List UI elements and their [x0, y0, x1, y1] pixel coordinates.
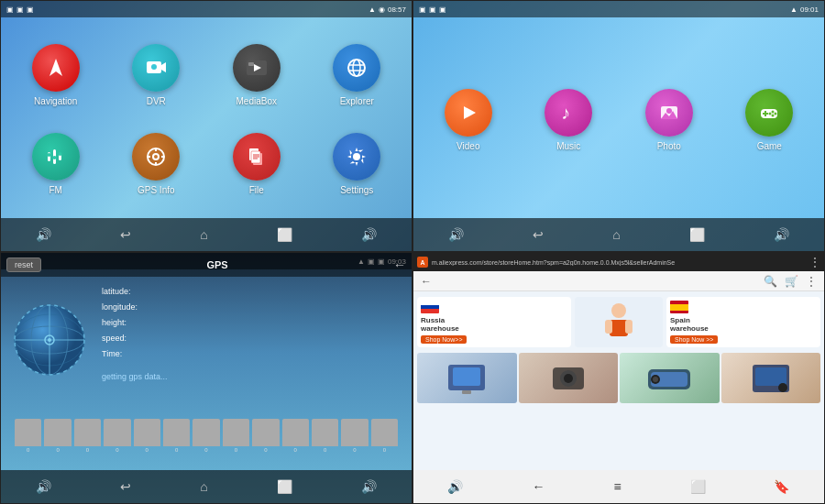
recent-btn-4[interactable]: ⬜ — [683, 476, 713, 498]
app-video[interactable]: Video — [445, 89, 492, 151]
music-label: Music — [556, 141, 580, 151]
gps-bar-10: 0 — [282, 419, 309, 453]
gps-icon: ▲ — [368, 5, 376, 14]
globe-svg — [8, 299, 91, 381]
gps-latitude-label: latitude: — [102, 287, 131, 296]
gps-icon-circle — [132, 133, 180, 181]
volume-down-btn-4[interactable]: 🔊 — [440, 476, 470, 498]
spain-warehouse-card[interactable]: Spainwarehouse Shop Now >> — [666, 297, 820, 347]
russia-warehouse-card[interactable]: Russiawarehouse Shop Now>> — [417, 297, 571, 347]
app-game[interactable]: Game — [745, 89, 793, 151]
panel-media-apps: ▣ ▣ ▣ ▲ 09:01 Video ♪ Music — [412, 0, 825, 252]
settings-label: Settings — [340, 185, 373, 195]
gps-bar-7: 0 — [192, 419, 219, 453]
media-app-grid: Video ♪ Music Photo — [413, 21, 824, 218]
browser-menu-button[interactable]: ⋮ — [809, 256, 820, 268]
video-label: Video — [456, 141, 479, 151]
gps-speed-row: speed: — [102, 331, 138, 346]
home-btn-1[interactable]: ⌂ — [192, 224, 214, 246]
home-btn-2[interactable]: ⌂ — [605, 224, 627, 246]
svg-point-30 — [353, 153, 360, 160]
time-2: 09:01 — [800, 5, 819, 14]
photo-icon-circle — [645, 89, 693, 137]
recent-btn-3[interactable]: ⬜ — [270, 476, 300, 498]
dvr-product-image — [545, 360, 591, 397]
signal2-icon: ◉ — [379, 5, 385, 14]
recent-btn-1[interactable]: ⬜ — [270, 224, 300, 246]
gps-wheel-icon — [144, 145, 168, 169]
battery-icon: ▣ — [27, 5, 34, 14]
app-music[interactable]: ♪ Music — [544, 89, 592, 151]
svg-rect-58 — [462, 390, 471, 394]
gps-info-label: GPS Info — [138, 185, 175, 195]
svg-point-65 — [653, 377, 658, 382]
product-thumbnails-row — [413, 353, 824, 403]
gps-icon-2: ▲ — [790, 5, 798, 14]
gps-bar-2: 0 — [44, 419, 71, 453]
browser-content-area: Russiawarehouse Shop Now>> Spainwarehous… — [413, 291, 824, 470]
file-label: File — [249, 185, 264, 195]
product-dvr2-thumb[interactable] — [721, 353, 821, 403]
app-mediabox[interactable]: MediaBox — [233, 44, 280, 106]
app-navigation[interactable]: Navigation — [32, 44, 80, 106]
svg-rect-54 — [605, 320, 612, 334]
signal-icon-2: ▣ — [419, 5, 426, 14]
gps-back-button[interactable]: ← — [393, 257, 406, 272]
delivery-image — [575, 297, 663, 347]
spain-warehouse-title: Spainwarehouse — [670, 316, 709, 333]
home-btn-4[interactable]: ≡ — [606, 476, 628, 498]
file-manager-icon — [245, 145, 269, 169]
signal-icon: ▣ — [6, 5, 14, 14]
back-btn-1[interactable]: ↩ — [113, 224, 138, 246]
dvr2-product-image — [748, 360, 794, 397]
svg-rect-55 — [625, 320, 632, 334]
svg-point-40 — [775, 112, 777, 115]
bottom-nav-3: 🔊 ↩ ⌂ ⬜ 🔊 — [1, 470, 412, 503]
browser-more-icon[interactable]: ⋮ — [806, 275, 817, 288]
svg-marker-0 — [50, 59, 62, 76]
volume-up-btn-1[interactable]: 🔊 — [354, 224, 384, 246]
panel-browser: ▣ ▣ ▣ 09:22 A m.aliexpress.com/store/sto… — [412, 252, 825, 504]
volume-up-btn-2[interactable]: 🔊 — [766, 224, 797, 246]
photo-label: Photo — [657, 141, 681, 151]
home-btn-3[interactable]: ⌂ — [192, 476, 214, 498]
browser-back-button[interactable]: ← — [421, 275, 432, 288]
volume-down-btn-2[interactable]: 🔊 — [441, 224, 471, 246]
bookmark-btn-4[interactable]: 🔖 — [766, 476, 797, 498]
browser-nav-bar: ← 🔍 🛒 ⋮ — [413, 271, 824, 291]
app-explorer[interactable]: Explorer — [333, 44, 380, 106]
app-settings[interactable]: Settings — [333, 133, 380, 195]
svg-point-52 — [611, 303, 626, 318]
settings-wrench-icon — [345, 145, 368, 169]
browser-url-display[interactable]: m.aliexpress.com/store/storeHome.htm?spm… — [432, 259, 806, 266]
gps-reset-button[interactable]: reset — [6, 257, 41, 272]
gps-bar-12: 0 — [341, 419, 368, 453]
product-mirror-thumb[interactable] — [620, 353, 720, 403]
back-btn-2[interactable]: ↩ — [525, 224, 551, 246]
volume-up-btn-3[interactable]: 🔊 — [354, 476, 384, 498]
back-btn-4[interactable]: ← — [524, 476, 552, 498]
photo-image-icon — [657, 101, 681, 125]
app-fm[interactable]: FM — [32, 133, 80, 195]
back-btn-3[interactable]: ↩ — [113, 476, 138, 498]
russia-shop-button[interactable]: Shop Now>> — [421, 335, 467, 344]
browser-cart-icon[interactable]: 🛒 — [785, 275, 798, 288]
app-gps-info[interactable]: GPS Info — [132, 133, 180, 195]
browser-search-icon[interactable]: 🔍 — [764, 275, 777, 288]
volume-down-btn-3[interactable]: 🔊 — [28, 476, 59, 498]
app-photo[interactable]: Photo — [645, 89, 693, 151]
product-gps-thumb[interactable] — [417, 353, 517, 403]
svg-point-15 — [52, 156, 56, 159]
recent-btn-2[interactable]: ⬜ — [682, 224, 712, 246]
app-dvr[interactable]: DVR — [132, 44, 180, 106]
spain-shop-button[interactable]: Shop Now >> — [670, 335, 718, 344]
svg-point-42 — [769, 112, 772, 115]
volume-down-btn-1[interactable]: 🔊 — [28, 224, 59, 246]
product-dvr-thumb[interactable] — [519, 353, 619, 403]
status-bar-2: ▣ ▣ ▣ ▲ 09:01 — [413, 1, 824, 17]
gps-bar-3: 0 — [74, 419, 101, 453]
dvr-label: DVR — [147, 96, 166, 106]
gps-top-bar: reset GPS ← — [1, 253, 412, 277]
app-file[interactable]: File — [233, 133, 280, 195]
svg-point-3 — [151, 64, 157, 70]
